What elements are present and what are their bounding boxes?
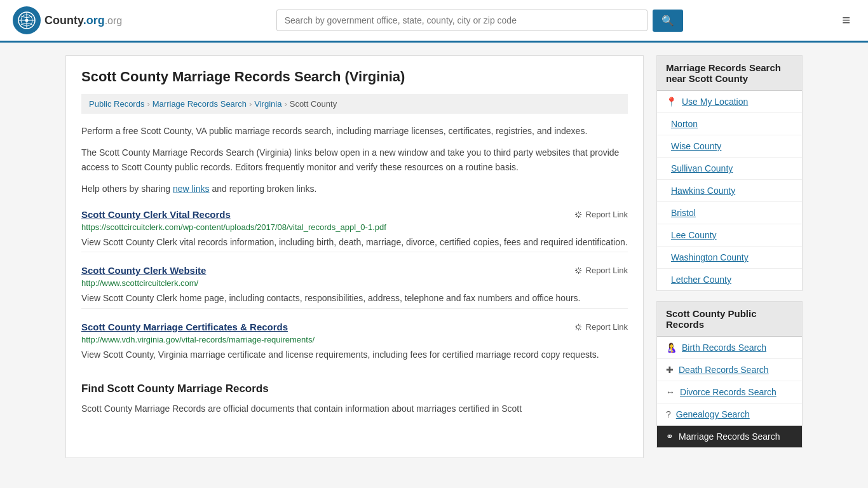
record-desc-1: View Scott County Clerk home page, inclu… — [81, 292, 628, 306]
public-record-label-2: Divorce Records Search — [680, 387, 776, 397]
breadcrumb-virginia[interactable]: Virginia — [254, 99, 281, 109]
public-record-icon-2: ↔ — [666, 387, 675, 397]
public-records-section: Scott County Public Records 🤱 Birth Reco… — [656, 301, 803, 448]
sidebar: Marriage Records Search near Scott Count… — [656, 55, 803, 458]
nearby-section: Marriage Records Search near Scott Count… — [656, 55, 803, 291]
nearby-label-5: Bristol — [671, 208, 696, 218]
nearby-item-1[interactable]: Norton — [657, 113, 802, 135]
record-title-0[interactable]: Scott County Clerk Vital Records — [81, 209, 231, 220]
main-container: Scott County Marriage Records Search (Vi… — [53, 43, 815, 471]
find-section-title: Find Scott County Marriage Records — [81, 383, 628, 395]
public-record-label-3: Genealogy Search — [676, 409, 750, 419]
record-url-1[interactable]: http://www.scottcircuitclerk.com/ — [81, 278, 628, 288]
nearby-label-1: Norton — [671, 119, 698, 129]
nearby-label-4: Hawkins County — [671, 186, 735, 196]
record-entry: Scott County Clerk Vital Records ⛭ Repor… — [81, 209, 628, 253]
public-record-item-4[interactable]: ⚭ Marriage Records Search — [657, 426, 802, 447]
record-title-2[interactable]: Scott County Marriage Certificates & Rec… — [81, 322, 288, 332]
svg-point-4 — [25, 19, 29, 22]
record-title-row: Scott County Clerk Website ⛭ Report Link — [81, 265, 628, 276]
logo-icon — [13, 6, 41, 34]
nearby-item-5[interactable]: Bristol — [657, 202, 802, 224]
nearby-item-3[interactable]: Sullivan County — [657, 158, 802, 180]
public-record-icon-0: 🤱 — [666, 342, 677, 353]
public-records-list: 🤱 Birth Records Search ✚ Death Records S… — [657, 337, 802, 447]
description-para3-suffix: and reporting broken links. — [210, 184, 317, 194]
record-title-row: Scott County Clerk Vital Records ⛭ Repor… — [81, 209, 628, 220]
search-icon: 🔍 — [661, 15, 674, 26]
nearby-item-8[interactable]: Letcher County — [657, 269, 802, 290]
record-title-1[interactable]: Scott County Clerk Website — [81, 265, 206, 276]
description-para1: Perform a free Scott County, VA public m… — [81, 124, 628, 138]
public-record-item-1[interactable]: ✚ Death Records Search — [657, 359, 802, 381]
record-entry: Scott County Marriage Certificates & Rec… — [81, 322, 628, 365]
public-record-icon-4: ⚭ — [666, 431, 674, 442]
description-para2: The Scott County Marriage Records Search… — [81, 146, 628, 174]
location-icon: 📍 — [666, 97, 677, 107]
nearby-section-title: Marriage Records Search near Scott Count… — [657, 56, 802, 91]
breadcrumb-scott-county: Scott County — [290, 99, 337, 109]
header: County.org.org 🔍 ≡ — [0, 0, 868, 43]
description-para3-prefix: Help others by sharing — [81, 184, 173, 194]
report-link-0[interactable]: ⛭ Report Link — [574, 209, 628, 220]
public-record-item-2[interactable]: ↔ Divorce Records Search — [657, 381, 802, 403]
breadcrumb-sep-2: › — [249, 99, 252, 109]
public-records-title: Scott County Public Records — [657, 302, 802, 337]
breadcrumb-public-records[interactable]: Public Records — [89, 99, 144, 109]
nearby-label-6: Lee County — [671, 230, 717, 240]
menu-icon: ≡ — [842, 12, 850, 28]
report-icon-1: ⛭ — [574, 265, 583, 276]
report-link-2[interactable]: ⛭ Report Link — [574, 322, 628, 332]
breadcrumb-sep-3: › — [284, 99, 287, 109]
breadcrumb-marriage-records[interactable]: Marriage Records Search — [153, 99, 247, 109]
content-area: Scott County Marriage Records Search (Vi… — [65, 55, 644, 458]
search-input[interactable] — [276, 10, 648, 31]
nearby-label-8: Letcher County — [671, 274, 731, 285]
report-link-1[interactable]: ⛭ Report Link — [574, 265, 628, 276]
logo-text: County.org.org — [44, 14, 122, 27]
record-url-2[interactable]: http://www.vdh.virginia.gov/vital-record… — [81, 335, 628, 344]
public-record-label-4: Marriage Records Search — [679, 431, 780, 442]
record-desc-2: View Scott County, Virginia marriage cer… — [81, 348, 628, 362]
breadcrumb-sep-1: › — [147, 99, 149, 109]
record-list: Scott County Clerk Vital Records ⛭ Repor… — [81, 209, 628, 365]
nearby-label-2: Wise County — [671, 141, 721, 151]
search-area: 🔍 — [276, 10, 683, 32]
nearby-label-0: Use My Location — [682, 97, 748, 107]
find-section: Find Scott County Marriage Records Scott… — [81, 383, 628, 416]
report-icon-0: ⛭ — [574, 209, 583, 220]
page-title: Scott County Marriage Records Search (Vi… — [81, 69, 628, 85]
nearby-label-7: Washington County — [671, 252, 749, 262]
find-section-text: Scott County Marriage Records are offici… — [81, 402, 628, 416]
record-title-row: Scott County Marriage Certificates & Rec… — [81, 322, 628, 332]
nearby-label-3: Sullivan County — [671, 163, 733, 173]
breadcrumb: Public Records › Marriage Records Search… — [81, 94, 628, 114]
nearby-item-0[interactable]: 📍Use My Location — [657, 91, 802, 113]
public-record-label-0: Birth Records Search — [682, 342, 766, 353]
nearby-item-6[interactable]: Lee County — [657, 224, 802, 247]
report-icon-2: ⛭ — [574, 322, 583, 332]
description-para3: Help others by sharing new links and rep… — [81, 182, 628, 196]
record-desc-0: View Scott County Clerk vital records in… — [81, 236, 628, 250]
public-record-label-1: Death Records Search — [679, 365, 769, 375]
public-record-item-0[interactable]: 🤱 Birth Records Search — [657, 337, 802, 359]
record-url-0[interactable]: https://scottcircuitclerk.com/wp-content… — [81, 222, 628, 232]
nearby-item-2[interactable]: Wise County — [657, 135, 802, 158]
record-entry: Scott County Clerk Website ⛭ Report Link… — [81, 265, 628, 309]
search-button[interactable]: 🔍 — [653, 10, 683, 32]
logo-area[interactable]: County.org.org — [13, 6, 122, 34]
nearby-item-7[interactable]: Washington County — [657, 247, 802, 269]
public-record-icon-3: ? — [666, 409, 671, 419]
nearby-item-4[interactable]: Hawkins County — [657, 180, 802, 202]
public-record-icon-1: ✚ — [666, 365, 674, 375]
new-links-link[interactable]: new links — [173, 184, 210, 194]
menu-button[interactable]: ≡ — [837, 10, 855, 31]
nearby-list: 📍Use My LocationNortonWise CountySulliva… — [657, 91, 802, 290]
public-record-item-3[interactable]: ? Genealogy Search — [657, 403, 802, 426]
